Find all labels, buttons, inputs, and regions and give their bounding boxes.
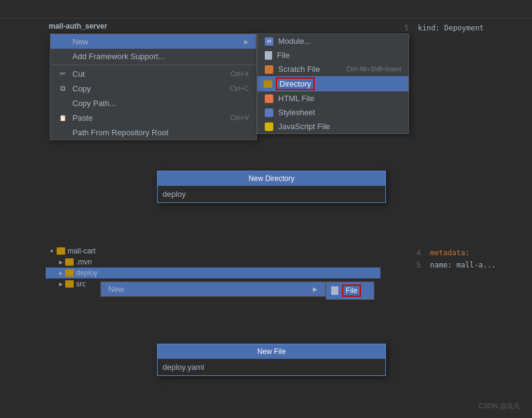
bottom-code-line4: 4 metadata: — [416, 247, 514, 259]
section-separator — [37, 241, 495, 246]
menu-item-cut[interactable]: Cut Ctrl+X — [51, 66, 256, 81]
bottom-tree-mvn[interactable]: ▶ .mvn — [46, 257, 380, 267]
submenu-item-scratch[interactable]: Scratch File Ctrl+Alt+Shift+Insert — [257, 62, 408, 76]
new-directory-dialog: New Directory — [157, 171, 386, 203]
submenu-item-module[interactable]: M Module... — [257, 34, 408, 48]
menu-item-copy-path-left: Copy Path... — [58, 98, 116, 108]
submenu-stylesheet-label: Stylesheet — [278, 108, 315, 117]
menu-item-paste-left: Paste — [58, 113, 93, 122]
menu-item-add-fw-left: Add Framework Support... — [58, 51, 165, 61]
new-arrow-icon: ▶ — [244, 38, 249, 45]
bottom-label-deploy: deploy — [76, 269, 97, 277]
submenu-item-html[interactable]: HTML File — [257, 91, 408, 105]
file-icon — [265, 51, 272, 60]
html-icon — [265, 94, 273, 103]
css-icon — [265, 108, 273, 117]
menu-item-copy-label: Copy — [72, 84, 91, 93]
menu-item-new[interactable]: New ▶ — [51, 34, 256, 49]
module-icon: M — [265, 37, 273, 46]
bottom-code-line5-val: name: mall-a... — [430, 261, 495, 269]
path-repo-icon — [58, 127, 68, 137]
bottom-code-line4-key: metadata: — [430, 249, 469, 257]
bottom-new-arrow: ▶ — [313, 286, 318, 292]
bottom-tree-mall-cart[interactable]: ▼ mall-cart — [46, 246, 380, 257]
bottom-file-icon — [331, 286, 338, 295]
bottom-folder-icon-src — [65, 280, 74, 288]
cut-icon — [58, 69, 68, 79]
menu-item-new-left: New — [58, 37, 88, 46]
submenu-module-left: M Module... — [265, 37, 310, 46]
submenu-file-left: File — [265, 51, 290, 60]
bottom-line-num-5: 5 — [416, 261, 421, 269]
bottom-arrow-mvn: ▶ — [59, 260, 63, 265]
bottom-submenu-file[interactable]: File — [326, 282, 374, 299]
new-directory-title: New Directory — [158, 171, 385, 186]
directory-folder-icon — [264, 80, 272, 88]
submenu-module-label: Module... — [278, 37, 310, 46]
bottom-file-submenu: File — [326, 282, 374, 300]
submenu-item-file[interactable]: File — [257, 48, 408, 62]
new-directory-input[interactable] — [158, 186, 385, 202]
menu-item-copy[interactable]: Copy Ctrl+C — [51, 81, 256, 96]
menu-item-copy-left: Copy — [58, 83, 91, 93]
cut-shortcut: Ctrl+X — [230, 70, 249, 77]
server-label: mall-auth_server — [49, 22, 107, 30]
divider-1 — [51, 65, 256, 65]
bottom-code-panel: 4 metadata: 5 name: mall-a... — [416, 247, 514, 272]
submenu-top: M Module... File Scratch File Ctrl+Alt+S… — [257, 34, 409, 134]
submenu-html-label: HTML File — [278, 94, 314, 103]
line-num-5: 5 — [404, 24, 408, 32]
bottom-code-line5: 5 name: mall-a... — [416, 259, 514, 271]
new-file-title: New File — [158, 344, 385, 359]
scratch-icon — [265, 65, 273, 74]
submenu-css-left: Stylesheet — [265, 108, 315, 117]
menu-item-cut-left: Cut — [58, 69, 85, 79]
menu-item-copy-path[interactable]: Copy Path... — [51, 96, 256, 110]
new-file-input[interactable] — [158, 359, 385, 375]
scratch-shortcut: Ctrl+Alt+Shift+Insert — [346, 66, 401, 73]
menu-item-add-framework[interactable]: Add Framework Support... — [51, 49, 256, 63]
copy-path-icon — [58, 98, 68, 108]
menu-item-new-label: New — [72, 37, 88, 46]
top-strip — [0, 0, 532, 18]
context-menu-top: New ▶ Add Framework Support... Cut Ctrl+… — [50, 34, 257, 140]
submenu-js-left: JavaScript File — [265, 122, 330, 131]
submenu-js-label: JavaScript File — [278, 122, 330, 131]
submenu-item-stylesheet[interactable]: Stylesheet — [257, 105, 408, 119]
menu-item-paste[interactable]: Paste Ctrl+V — [51, 110, 256, 125]
js-icon — [265, 122, 273, 131]
watermark: CSDN @琉凡 — [479, 402, 520, 411]
menu-item-add-fw-label: Add Framework Support... — [72, 52, 165, 61]
bottom-label-src: src — [76, 280, 86, 288]
bottom-line-num-4: 4 — [416, 249, 421, 257]
bottom-label-mvn: .mvn — [76, 258, 92, 266]
submenu-item-directory[interactable]: Directory — [257, 76, 408, 91]
bottom-context-new[interactable]: New ▶ — [100, 282, 326, 297]
directory-label-highlighted: Directory — [276, 77, 315, 90]
copy-shortcut: Ctrl+C — [230, 85, 249, 92]
menu-item-path-from-repo[interactable]: Path From Repository Root — [51, 125, 256, 140]
bottom-folder-icon-mvn — [65, 258, 74, 266]
submenu-file-label: File — [277, 51, 290, 60]
bottom-arrow-deploy: ▶ — [59, 271, 63, 276]
submenu-item-javascript[interactable]: JavaScript File — [257, 119, 408, 133]
add-framework-icon — [58, 51, 68, 61]
bottom-arrow-mall-cart: ▼ — [49, 249, 54, 254]
new-file-dialog: New File — [157, 344, 386, 376]
menu-item-pfr-label: Path From Repository Root — [72, 128, 169, 137]
bottom-arrow-src: ▶ — [59, 282, 63, 287]
submenu-scratch-left: Scratch File — [265, 65, 320, 74]
paste-shortcut: Ctrl+V — [230, 114, 249, 121]
bottom-file-label: File — [342, 285, 361, 297]
bottom-tree-deploy[interactable]: ▶ deploy — [46, 267, 380, 278]
menu-item-cut-label: Cut — [72, 69, 85, 79]
submenu-directory-left: Directory — [264, 77, 315, 90]
code-line-5-text: kind: Depoyment — [418, 24, 483, 32]
bottom-label-mall-cart: mall-cart — [68, 247, 96, 255]
submenu-html-left: HTML File — [265, 94, 314, 103]
new-icon — [58, 37, 68, 46]
menu-item-paste-label: Paste — [72, 113, 93, 122]
copy-icon — [58, 83, 68, 93]
paste-icon — [58, 113, 68, 122]
bottom-folder-icon-mall-cart — [57, 247, 65, 255]
